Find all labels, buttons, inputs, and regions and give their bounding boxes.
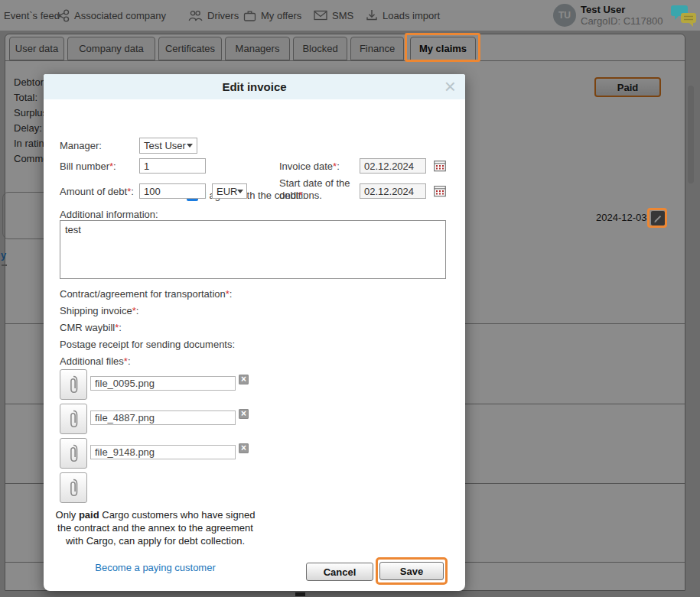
amount-of-debt-label: Amount of debt*: — [60, 186, 134, 197]
file-name-input[interactable] — [90, 410, 236, 425]
bill-number-input[interactable] — [139, 158, 206, 174]
chevron-down-icon — [237, 190, 243, 193]
manager-label: Manager: — [60, 140, 102, 151]
bill-number-label: Bill number*: — [60, 161, 116, 172]
additional-info-textarea[interactable]: test — [60, 220, 446, 279]
doc-postage-receipt-label: Postage receipt for sending documents: — [60, 339, 235, 350]
screen: Event`s feed Associated company Drivers … — [0, 0, 700, 597]
currency-select[interactable]: EUR — [212, 183, 247, 199]
invoice-date-input[interactable] — [360, 158, 426, 174]
additional-info-label: Additional information: — [60, 209, 158, 220]
manager-value: Test User — [144, 140, 186, 151]
attach-file-button[interactable] — [60, 404, 87, 434]
start-date-input[interactable] — [360, 183, 426, 199]
file-name-input[interactable] — [90, 376, 236, 391]
file-name-input[interactable] — [90, 445, 236, 459]
highlight-edit-date-icon — [647, 208, 667, 228]
chevron-down-icon — [187, 144, 193, 148]
attach-file-button[interactable] — [60, 438, 87, 469]
currency-value: EUR — [217, 186, 237, 197]
attach-file-button[interactable] — [60, 472, 87, 503]
attach-file-button[interactable] — [60, 369, 87, 400]
edit-invoice-modal: Edit invoice × ✓ I agree with the condit… — [44, 74, 465, 591]
invoice-date-label: Invoice date*: — [279, 161, 340, 172]
delete-file-icon[interactable]: × — [239, 443, 249, 453]
calendar-icon[interactable] — [434, 185, 446, 197]
doc-shipping-invoice-label: Shipping invoice*: — [60, 305, 138, 316]
start-date-label-line1: Start date of the — [279, 177, 350, 189]
amount-input[interactable] — [139, 183, 206, 199]
become-paying-customer-link[interactable]: Become a paying customer — [95, 562, 216, 573]
cancel-label: Cancel — [324, 566, 357, 578]
delete-file-icon[interactable]: × — [239, 409, 249, 419]
cancel-button[interactable]: Cancel — [306, 563, 373, 581]
save-label: Save — [400, 566, 423, 577]
manager-select[interactable]: Test User — [139, 138, 197, 154]
chat-widget-icon[interactable] — [670, 5, 699, 29]
modal-header: Edit invoice — [44, 74, 465, 99]
doc-additional-files-label: Additional files*: — [60, 355, 131, 367]
save-button[interactable]: Save — [379, 562, 444, 580]
highlight-my-claims-tab — [405, 33, 480, 62]
start-date-label-line2: debt*: — [279, 190, 305, 201]
close-icon[interactable]: × — [444, 75, 456, 98]
doc-contract-label: Contract/agreement for transportation*: — [60, 288, 232, 300]
delete-file-icon[interactable]: × — [239, 375, 249, 384]
paid-customers-note: Only paid Cargo customers who have signe… — [44, 508, 267, 574]
modal-title: Edit invoice — [222, 80, 286, 93]
calendar-icon[interactable] — [434, 160, 446, 172]
doc-cmr-waybill-label: CMR waybill*: — [60, 322, 122, 333]
